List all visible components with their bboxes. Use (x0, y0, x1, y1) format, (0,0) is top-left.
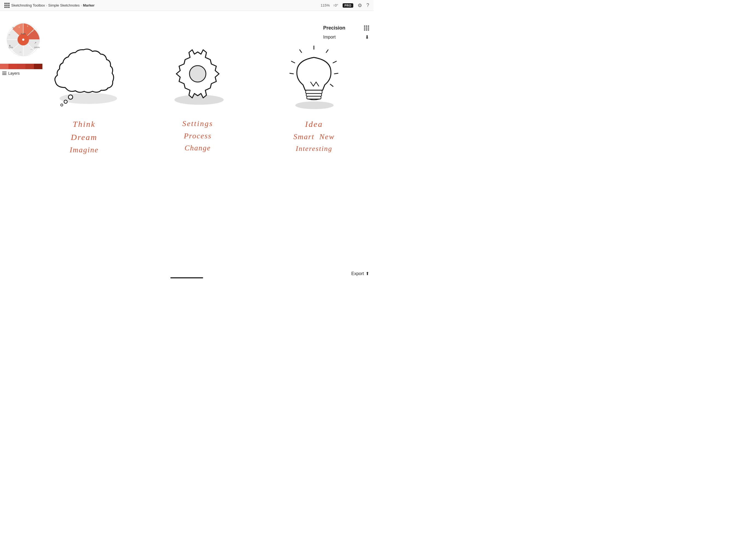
svg-rect-33 (306, 90, 322, 94)
wheel-center[interactable] (18, 34, 29, 45)
layers-label: Layers (8, 71, 20, 75)
svg-line-31 (330, 84, 333, 86)
color-swatch-4[interactable] (25, 64, 34, 69)
lightbulb-area[interactable] (273, 44, 355, 112)
breadcrumb-sep-1: › (46, 4, 47, 7)
svg-point-18 (60, 93, 117, 104)
wheel-percent-left: 12% (8, 46, 13, 49)
sketches-container: Think Dream Imagine (27, 33, 374, 263)
pro-badge: PRO (343, 3, 353, 8)
svg-rect-34 (306, 94, 321, 96)
breadcrumb-level1[interactable]: Simple Sketchnotes (48, 3, 80, 7)
svg-line-26 (300, 50, 302, 52)
svg-point-21 (61, 104, 63, 106)
gear-area[interactable] (159, 44, 236, 112)
color-swatch-3[interactable] (17, 64, 25, 69)
home-indicator (170, 277, 203, 278)
svg-text:⌒: ⌒ (19, 52, 22, 55)
gear-svg (159, 44, 236, 109)
thought-bubble-svg (46, 44, 123, 109)
help-icon[interactable]: ? (366, 2, 369, 8)
export-label: Export (351, 271, 364, 276)
app-menu-icon[interactable] (4, 3, 9, 8)
sketch-group-gear: Settings Process Change (159, 44, 236, 154)
zoom-level[interactable]: 115% ↑0° (321, 3, 338, 7)
thought-text: Think Dream Imagine (70, 118, 99, 156)
color-swatch-1[interactable] (0, 64, 8, 69)
color-swatch-2[interactable] (8, 64, 17, 69)
svg-point-19 (68, 95, 73, 99)
tool-wheel[interactable]: ≡ ∧ 𝒩 ↗ ⌒ ⌒ ⊕ ← ↖ 3 pts 12% 100% (3, 19, 44, 60)
svg-point-23 (189, 66, 206, 82)
svg-text:≡: ≡ (19, 26, 20, 28)
canvas-area[interactable]: ≡ ∧ 𝒩 ↗ ⌒ ⌒ ⊕ ← ↖ 3 pts 12% 100% (0, 11, 374, 280)
svg-text:⌒: ⌒ (30, 49, 33, 52)
wheel-pts-label: 3 pts (21, 32, 26, 35)
precision-button[interactable]: Precision (323, 25, 369, 31)
svg-line-30 (290, 73, 293, 74)
sketch-group-thought: Think Dream Imagine (46, 44, 123, 156)
color-swatch-5[interactable] (34, 64, 42, 69)
bottom-bar: Export ⬆ (0, 267, 374, 280)
color-bar[interactable] (0, 64, 42, 69)
thought-bubble-area[interactable] (46, 44, 123, 112)
breadcrumb: Sketchnoting Toolbox › Simple Sketchnote… (11, 3, 95, 7)
import-icon: ⬇ (365, 34, 369, 40)
settings-icon[interactable]: ⚙ (358, 2, 362, 8)
svg-text:←: ← (8, 33, 11, 36)
svg-text:↗: ↗ (34, 41, 36, 44)
svg-text:↖: ↖ (12, 26, 15, 29)
top-bar-right: 115% ↑0° PRO ⚙ ? (321, 2, 369, 8)
top-bar: Sketchnoting Toolbox › Simple Sketchnote… (0, 0, 374, 11)
wheel-percent-right: 100% (34, 46, 40, 49)
svg-text:∧: ∧ (27, 25, 28, 27)
right-panel: Precision Import ⬇ (319, 22, 374, 44)
svg-rect-35 (307, 96, 321, 99)
lightbulb-text: Idea Smart New Interesting (293, 118, 335, 154)
export-icon: ⬆ (366, 271, 369, 276)
lightbulb-svg (273, 44, 355, 115)
hamburger-icon (2, 72, 6, 75)
sketch-group-lightbulb: Idea Smart New Interesting (273, 44, 355, 154)
top-bar-left: Sketchnoting Toolbox › Simple Sketchnote… (4, 3, 95, 8)
svg-line-29 (334, 73, 338, 74)
precision-dots-icon (364, 25, 369, 31)
export-button[interactable]: Export ⬆ (351, 271, 369, 276)
layers-button[interactable]: Layers (2, 71, 20, 75)
precision-label: Precision (323, 25, 345, 31)
svg-point-22 (175, 95, 224, 105)
import-button[interactable]: Import ⬇ (323, 34, 369, 40)
breadcrumb-app[interactable]: Sketchnoting Toolbox (11, 3, 45, 7)
import-label: Import (323, 35, 335, 40)
wheel-center-dot (22, 39, 24, 41)
breadcrumb-sep-2: › (81, 4, 82, 7)
svg-line-25 (326, 50, 328, 52)
gear-text: Settings Process Change (182, 118, 213, 154)
svg-point-20 (64, 100, 67, 103)
svg-line-27 (333, 61, 336, 63)
svg-point-32 (295, 101, 334, 109)
breadcrumb-level2[interactable]: Marker (83, 3, 95, 7)
svg-line-28 (291, 61, 295, 63)
